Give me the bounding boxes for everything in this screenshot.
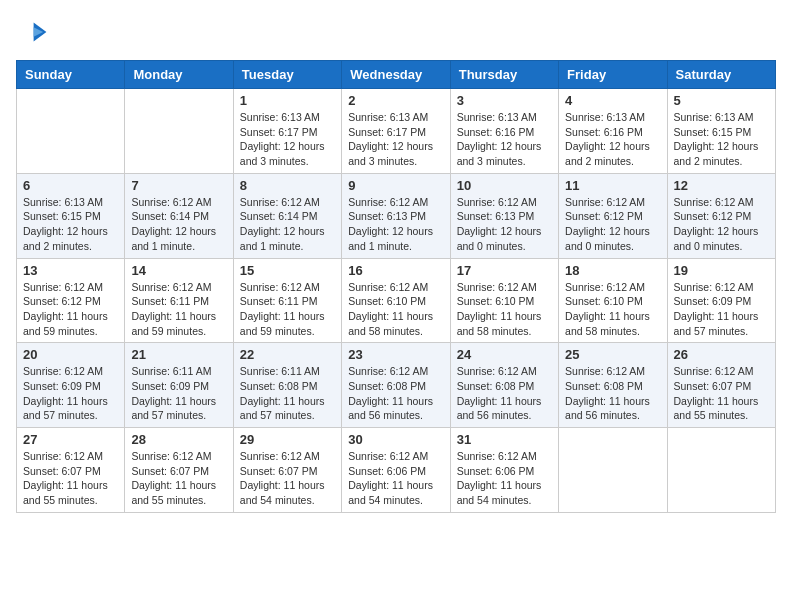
- calendar-week-row: 1Sunrise: 6:13 AM Sunset: 6:17 PM Daylig…: [17, 89, 776, 174]
- calendar-day-cell: 24Sunrise: 6:12 AM Sunset: 6:08 PM Dayli…: [450, 343, 558, 428]
- calendar-day-cell: 25Sunrise: 6:12 AM Sunset: 6:08 PM Dayli…: [559, 343, 667, 428]
- day-info: Sunrise: 6:12 AM Sunset: 6:14 PM Dayligh…: [240, 195, 335, 254]
- page-header: [16, 16, 776, 48]
- calendar-week-row: 27Sunrise: 6:12 AM Sunset: 6:07 PM Dayli…: [17, 428, 776, 513]
- day-info: Sunrise: 6:12 AM Sunset: 6:06 PM Dayligh…: [457, 449, 552, 508]
- day-number: 30: [348, 432, 443, 447]
- calendar-day-cell: 28Sunrise: 6:12 AM Sunset: 6:07 PM Dayli…: [125, 428, 233, 513]
- day-number: 8: [240, 178, 335, 193]
- day-info: Sunrise: 6:12 AM Sunset: 6:13 PM Dayligh…: [348, 195, 443, 254]
- calendar-day-cell: 14Sunrise: 6:12 AM Sunset: 6:11 PM Dayli…: [125, 258, 233, 343]
- calendar-week-row: 13Sunrise: 6:12 AM Sunset: 6:12 PM Dayli…: [17, 258, 776, 343]
- calendar-day-cell: 18Sunrise: 6:12 AM Sunset: 6:10 PM Dayli…: [559, 258, 667, 343]
- day-number: 21: [131, 347, 226, 362]
- calendar-day-header: Tuesday: [233, 61, 341, 89]
- day-info: Sunrise: 6:12 AM Sunset: 6:10 PM Dayligh…: [348, 280, 443, 339]
- day-info: Sunrise: 6:12 AM Sunset: 6:14 PM Dayligh…: [131, 195, 226, 254]
- calendar-day-cell: 4Sunrise: 6:13 AM Sunset: 6:16 PM Daylig…: [559, 89, 667, 174]
- day-info: Sunrise: 6:12 AM Sunset: 6:13 PM Dayligh…: [457, 195, 552, 254]
- day-number: 26: [674, 347, 769, 362]
- calendar-day-cell: 2Sunrise: 6:13 AM Sunset: 6:17 PM Daylig…: [342, 89, 450, 174]
- day-info: Sunrise: 6:12 AM Sunset: 6:11 PM Dayligh…: [131, 280, 226, 339]
- calendar-day-cell: 16Sunrise: 6:12 AM Sunset: 6:10 PM Dayli…: [342, 258, 450, 343]
- day-number: 7: [131, 178, 226, 193]
- calendar-day-header: Wednesday: [342, 61, 450, 89]
- day-number: 23: [348, 347, 443, 362]
- calendar-day-cell: 11Sunrise: 6:12 AM Sunset: 6:12 PM Dayli…: [559, 173, 667, 258]
- calendar-day-cell: 12Sunrise: 6:12 AM Sunset: 6:12 PM Dayli…: [667, 173, 775, 258]
- day-number: 6: [23, 178, 118, 193]
- day-number: 2: [348, 93, 443, 108]
- day-info: Sunrise: 6:12 AM Sunset: 6:07 PM Dayligh…: [23, 449, 118, 508]
- day-info: Sunrise: 6:12 AM Sunset: 6:12 PM Dayligh…: [23, 280, 118, 339]
- calendar-day-cell: 10Sunrise: 6:12 AM Sunset: 6:13 PM Dayli…: [450, 173, 558, 258]
- calendar-day-cell: 3Sunrise: 6:13 AM Sunset: 6:16 PM Daylig…: [450, 89, 558, 174]
- day-number: 14: [131, 263, 226, 278]
- day-number: 27: [23, 432, 118, 447]
- day-number: 20: [23, 347, 118, 362]
- calendar-day-cell: 8Sunrise: 6:12 AM Sunset: 6:14 PM Daylig…: [233, 173, 341, 258]
- day-number: 1: [240, 93, 335, 108]
- day-number: 31: [457, 432, 552, 447]
- day-info: Sunrise: 6:12 AM Sunset: 6:12 PM Dayligh…: [674, 195, 769, 254]
- calendar-day-cell: 9Sunrise: 6:12 AM Sunset: 6:13 PM Daylig…: [342, 173, 450, 258]
- day-number: 5: [674, 93, 769, 108]
- day-info: Sunrise: 6:13 AM Sunset: 6:17 PM Dayligh…: [240, 110, 335, 169]
- calendar-day-cell: 19Sunrise: 6:12 AM Sunset: 6:09 PM Dayli…: [667, 258, 775, 343]
- day-info: Sunrise: 6:12 AM Sunset: 6:11 PM Dayligh…: [240, 280, 335, 339]
- day-info: Sunrise: 6:12 AM Sunset: 6:09 PM Dayligh…: [674, 280, 769, 339]
- calendar-day-cell: 1Sunrise: 6:13 AM Sunset: 6:17 PM Daylig…: [233, 89, 341, 174]
- logo: [16, 16, 52, 48]
- day-number: 10: [457, 178, 552, 193]
- day-info: Sunrise: 6:13 AM Sunset: 6:16 PM Dayligh…: [457, 110, 552, 169]
- calendar-day-header: Friday: [559, 61, 667, 89]
- calendar-day-cell: 30Sunrise: 6:12 AM Sunset: 6:06 PM Dayli…: [342, 428, 450, 513]
- day-number: 18: [565, 263, 660, 278]
- day-info: Sunrise: 6:13 AM Sunset: 6:15 PM Dayligh…: [23, 195, 118, 254]
- day-info: Sunrise: 6:12 AM Sunset: 6:10 PM Dayligh…: [565, 280, 660, 339]
- calendar-day-cell: 15Sunrise: 6:12 AM Sunset: 6:11 PM Dayli…: [233, 258, 341, 343]
- day-info: Sunrise: 6:12 AM Sunset: 6:06 PM Dayligh…: [348, 449, 443, 508]
- calendar-week-row: 6Sunrise: 6:13 AM Sunset: 6:15 PM Daylig…: [17, 173, 776, 258]
- day-number: 15: [240, 263, 335, 278]
- day-number: 17: [457, 263, 552, 278]
- day-number: 4: [565, 93, 660, 108]
- calendar-day-cell: 7Sunrise: 6:12 AM Sunset: 6:14 PM Daylig…: [125, 173, 233, 258]
- day-info: Sunrise: 6:12 AM Sunset: 6:08 PM Dayligh…: [457, 364, 552, 423]
- day-info: Sunrise: 6:11 AM Sunset: 6:08 PM Dayligh…: [240, 364, 335, 423]
- day-number: 25: [565, 347, 660, 362]
- day-info: Sunrise: 6:13 AM Sunset: 6:15 PM Dayligh…: [674, 110, 769, 169]
- day-number: 22: [240, 347, 335, 362]
- day-number: 3: [457, 93, 552, 108]
- day-info: Sunrise: 6:11 AM Sunset: 6:09 PM Dayligh…: [131, 364, 226, 423]
- calendar-day-header: Monday: [125, 61, 233, 89]
- calendar-day-cell: 6Sunrise: 6:13 AM Sunset: 6:15 PM Daylig…: [17, 173, 125, 258]
- day-number: 11: [565, 178, 660, 193]
- day-info: Sunrise: 6:12 AM Sunset: 6:12 PM Dayligh…: [565, 195, 660, 254]
- calendar-day-header: Saturday: [667, 61, 775, 89]
- calendar-day-cell: 26Sunrise: 6:12 AM Sunset: 6:07 PM Dayli…: [667, 343, 775, 428]
- calendar-day-cell: [125, 89, 233, 174]
- day-info: Sunrise: 6:12 AM Sunset: 6:10 PM Dayligh…: [457, 280, 552, 339]
- calendar-header-row: SundayMondayTuesdayWednesdayThursdayFrid…: [17, 61, 776, 89]
- day-number: 19: [674, 263, 769, 278]
- day-number: 12: [674, 178, 769, 193]
- calendar-day-header: Thursday: [450, 61, 558, 89]
- day-info: Sunrise: 6:12 AM Sunset: 6:08 PM Dayligh…: [348, 364, 443, 423]
- calendar-day-cell: [559, 428, 667, 513]
- calendar-day-cell: 13Sunrise: 6:12 AM Sunset: 6:12 PM Dayli…: [17, 258, 125, 343]
- day-info: Sunrise: 6:12 AM Sunset: 6:07 PM Dayligh…: [674, 364, 769, 423]
- logo-icon: [16, 16, 48, 48]
- calendar-day-cell: 21Sunrise: 6:11 AM Sunset: 6:09 PM Dayli…: [125, 343, 233, 428]
- day-number: 9: [348, 178, 443, 193]
- calendar-week-row: 20Sunrise: 6:12 AM Sunset: 6:09 PM Dayli…: [17, 343, 776, 428]
- calendar-day-cell: 29Sunrise: 6:12 AM Sunset: 6:07 PM Dayli…: [233, 428, 341, 513]
- day-number: 24: [457, 347, 552, 362]
- calendar-day-cell: 23Sunrise: 6:12 AM Sunset: 6:08 PM Dayli…: [342, 343, 450, 428]
- calendar-day-cell: 31Sunrise: 6:12 AM Sunset: 6:06 PM Dayli…: [450, 428, 558, 513]
- day-info: Sunrise: 6:13 AM Sunset: 6:17 PM Dayligh…: [348, 110, 443, 169]
- calendar-day-cell: 17Sunrise: 6:12 AM Sunset: 6:10 PM Dayli…: [450, 258, 558, 343]
- calendar-table: SundayMondayTuesdayWednesdayThursdayFrid…: [16, 60, 776, 513]
- day-info: Sunrise: 6:12 AM Sunset: 6:07 PM Dayligh…: [131, 449, 226, 508]
- day-info: Sunrise: 6:13 AM Sunset: 6:16 PM Dayligh…: [565, 110, 660, 169]
